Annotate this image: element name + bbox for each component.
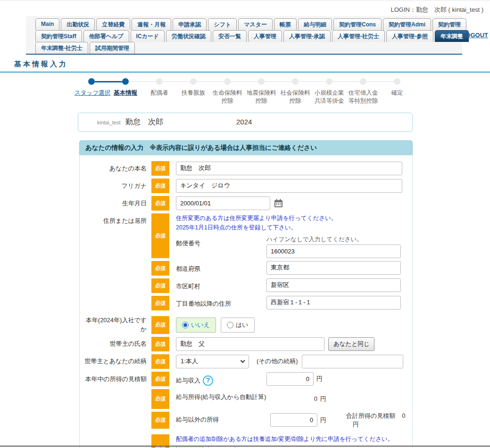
postal-code-label: 郵便番号 — [176, 236, 266, 258]
required-badge: 必須 — [151, 196, 169, 211]
login-status-text: LOGIN：勤怠 次郎 ( kintai_test ) — [0, 0, 490, 16]
row-birthday: 生年月日 必須 — [80, 196, 408, 211]
radio-icon — [227, 322, 233, 328]
relationship-other-input[interactable] — [302, 355, 403, 368]
step-label-line2: 控除 — [210, 97, 244, 105]
tab-weekly-monthly-report[interactable]: 週報・月報 — [132, 18, 171, 30]
same-as-you-button[interactable]: あなたと同じ — [328, 337, 374, 351]
tab-hr-labor-consultant[interactable]: 人事管理-社労士 — [332, 30, 385, 42]
step-dot — [88, 78, 95, 85]
step-earthquake-insurance: 地震保険料控除 — [244, 78, 278, 105]
step-label: 扶養親族 — [176, 89, 210, 97]
tab-attendance-status[interactable]: 出勤状況 — [61, 18, 95, 30]
address-note-2: 2025年1月1日時点の住所を登録して下さい。 — [176, 223, 401, 232]
other-income-row: 必須 給与以外の所得 円 合計所得の見積額0円 — [151, 412, 408, 429]
tab-contract-admi[interactable]: 契約管理Admi — [383, 18, 431, 30]
joined-no-radio[interactable]: いいえ — [176, 318, 216, 333]
calendar-icon[interactable] — [274, 199, 283, 208]
tab-expense[interactable]: 立替経費 — [96, 18, 130, 30]
income-estimate-label: 本年中の所得の見積額 — [80, 372, 151, 432]
birthday-input[interactable] — [176, 196, 270, 210]
salary-income-label-wrap: 給与収入 ? — [176, 372, 266, 386]
householder-name-input[interactable] — [176, 337, 324, 351]
address-street-row: 必須 丁目番地以降の住所 — [151, 296, 401, 310]
tab-safety-list[interactable]: 安否一覧 — [213, 30, 247, 42]
tab-navigation: Main 出勤状況 立替経費 週報・月報 申請承認 シフト マスター 帳票 給与… — [26, 16, 462, 55]
row-joined-this-year: 本年(2024年)入社ですか 必須 いいえ はい — [80, 316, 408, 334]
section-your-info-header: あなたの情報の入力 ※表示内容に誤りがある場合は人事担当にご連絡ください — [79, 140, 413, 155]
step-label: 住宅借入金 — [346, 89, 380, 97]
tab-request-approval[interactable]: 申請承認 — [173, 18, 207, 30]
tab-shift[interactable]: シフト — [208, 18, 237, 30]
step-label[interactable]: スタッフ選択 — [75, 89, 108, 97]
step-life-insurance: 生命保険料控除 — [210, 78, 244, 105]
other-income-input[interactable] — [270, 413, 317, 427]
chevron-down-icon — [240, 358, 245, 363]
street-label: 丁目番地以降の住所 — [176, 296, 266, 310]
step-label: 社会保険料 — [278, 89, 312, 97]
tab-forms[interactable]: 帳票 — [274, 18, 297, 30]
step-label: 配偶者 — [142, 89, 176, 97]
step-dot — [190, 78, 197, 85]
tab-ic-card[interactable]: ICカード — [131, 30, 165, 42]
tab-contract-staff[interactable]: 契約管理Staff — [35, 30, 82, 42]
step-social-insurance: 社会保険料控除 — [278, 78, 312, 105]
real-name-input[interactable] — [176, 162, 402, 175]
step-confirm: 確定 — [380, 78, 414, 105]
step-label[interactable]: 基本情報 — [108, 89, 142, 97]
required-badge: 必須 — [151, 261, 169, 276]
postal-code-input[interactable] — [266, 244, 401, 258]
yen-unit: 円 — [320, 416, 326, 424]
salary-income-input[interactable] — [266, 372, 314, 386]
tab-master[interactable]: マスター — [238, 18, 273, 30]
row-address: 住所または居所 必須 住所変更のある方は住所変更届より申請を行ってください。 2… — [80, 213, 408, 313]
address-prefecture-row: 必須 都道府県 — [151, 261, 401, 276]
tab-hr-management[interactable]: 人事管理 — [248, 30, 282, 42]
spouse-note: 配偶者の追加削除がある方は扶養追加/変更/削除より先に申請を行ってください。 — [176, 434, 393, 444]
tab-row-1: Main 出勤状況 立替経費 週報・月報 申請承認 シフト マスター 帳票 給与… — [35, 18, 458, 30]
tab-hr-approval[interactable]: 人事管理-承認 — [283, 30, 331, 42]
logout-link[interactable]: LOGOUT — [462, 32, 488, 39]
prefecture-input[interactable] — [266, 261, 401, 275]
step-label: 生命保険料 — [210, 89, 244, 97]
step-dot — [394, 78, 400, 85]
step-label-line2: 等特別控除 — [346, 97, 380, 105]
tab-hr-reference[interactable]: 人事管理-参照 — [386, 30, 433, 42]
required-badge: 必須 — [151, 337, 169, 351]
furigana-label: フリガナ — [80, 179, 151, 193]
salary-earnings-label: 給与所得(給与収入から自動計算) — [176, 389, 270, 409]
city-input[interactable] — [266, 278, 401, 292]
street-input[interactable] — [266, 296, 401, 310]
staff-summary-box: kintai_test 勤怠 次郎 2024 — [78, 113, 413, 132]
step-label-line2: 控除 — [244, 97, 278, 105]
tab-trial-period-management[interactable]: 試用期間管理 — [90, 42, 135, 54]
joined-yes-radio[interactable]: はい — [221, 318, 255, 333]
relationship-other-label: (その他の続柄) — [257, 357, 298, 366]
furigana-input[interactable] — [176, 179, 402, 193]
tab-other-dept-help[interactable]: 他部署ヘルプ — [83, 30, 129, 42]
salary-earnings-value: 0 — [270, 395, 317, 402]
tab-contract[interactable]: 契約管理 — [432, 18, 466, 30]
required-badge: 必須 — [151, 161, 169, 176]
step-dot — [360, 78, 366, 85]
tab-row-2: 契約管理Staff 他部署ヘルプ ICカード 労働状況確認 安否一覧 人事管理 … — [35, 30, 458, 42]
other-income-label: 給与以外の所得 — [176, 412, 270, 429]
page-title: 基本情報入力 — [14, 60, 490, 69]
section-your-info: あなたの情報の入力 ※表示内容に誤りがある場合は人事担当にご連絡ください あなた… — [79, 140, 413, 448]
postal-code-note: ハイフンなしで入力してください。 — [266, 236, 401, 244]
tab-year-end-adjustment-labor-consultant[interactable]: 年末調整-社労士 — [35, 42, 88, 54]
tab-work-status-check[interactable]: 労働状況確認 — [166, 30, 211, 42]
address-city-row: 必須 市区町村 — [151, 278, 401, 293]
row-householder-name: 世帯主の氏名 必須 あなたと同じ — [80, 337, 408, 351]
tab-row-3: 年末調整-社労士 試用期間管理 — [35, 42, 458, 54]
step-small-business-mutual-aid: 小規模企業共済等掛金 — [312, 78, 346, 105]
tab-payslip[interactable]: 給与明細 — [298, 18, 332, 30]
tab-contract-cons[interactable]: 契約管理Cons — [333, 18, 382, 30]
step-dot — [326, 78, 332, 85]
tab-main[interactable]: Main — [35, 18, 59, 30]
relationship-select[interactable]: 1:本人 — [176, 355, 249, 368]
step-basic-info[interactable]: 基本情報 — [108, 78, 142, 105]
help-icon[interactable]: ? — [203, 375, 213, 386]
address-postal-block: 必須 住所変更のある方は住所変更届より申請を行ってください。 2025年1月1日… — [151, 213, 401, 258]
step-label: 小規模企業 — [312, 89, 346, 97]
